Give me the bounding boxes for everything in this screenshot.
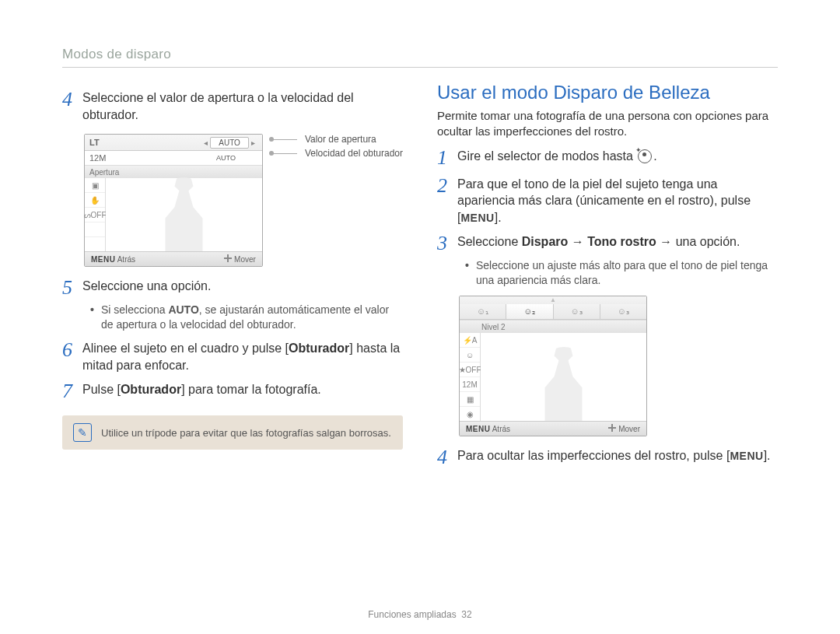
auto-bold: AUTO (168, 303, 198, 316)
step-number: 7 (62, 381, 82, 401)
step-number: 6 (62, 340, 82, 360)
step-3-bullets: Seleccione un ajuste más alto para que e… (465, 258, 778, 288)
footer-section: Funciones ampliadas (368, 609, 456, 620)
step-text: Para ocultar las imperfecciones del rost… (457, 447, 778, 464)
lcd-bottombar: MENU Atrás Mover (85, 251, 262, 266)
side-hand-icon: ✋ (85, 193, 105, 208)
tab-face-3: ☺₃ (554, 304, 600, 320)
beauty-mode-icon (638, 149, 652, 163)
lcd-label-band: Nivel 2 (460, 320, 646, 333)
lcd-topbar: LT ◂AUTO▸ (85, 135, 262, 151)
step-7: 7 Pulse [Obturador] para tomar la fotogr… (62, 381, 403, 401)
step-1: 1 Gire el selector de modos hasta . (437, 148, 778, 168)
auto-text-2: AUTO (216, 154, 236, 162)
step-4-right: 4 Para ocultar las imperfecciones del ro… (437, 447, 778, 468)
lcd-row-2: 12M AUTO (85, 151, 262, 165)
band-label: Nivel 2 (481, 323, 506, 331)
bullet-item: Seleccione un ajuste más alto para que e… (465, 258, 778, 288)
step-3: 3 Seleccione Disparo → Tono rostro → una… (437, 233, 778, 254)
two-column-layout: 4 Seleccione el valor de apertura o la v… (62, 82, 778, 472)
section-title: Usar el modo Disparo de Belleza (437, 82, 778, 103)
band-label: Apertura (89, 168, 119, 177)
lcd-scroll-up-icon: ▲ (460, 296, 646, 304)
step-5: 5 Seleccione una opción. (62, 278, 403, 298)
lcd-bot-left: MENU Atrás (466, 425, 510, 433)
dpad-icon (608, 424, 616, 432)
lcd-viewport (481, 333, 646, 421)
step-text: Alinee el sujeto en el cuadro y pulse [O… (82, 340, 403, 373)
side-focus-icon: ▣ (85, 178, 105, 193)
manual-page: Modos de disparo 4 Seleccione el valor d… (0, 0, 840, 634)
side-focus-icon: ◉ (460, 407, 480, 421)
move-label: Mover (618, 425, 640, 433)
menu-icon: MENU (91, 255, 115, 264)
footer-page: 32 (461, 609, 471, 620)
step-6: 6 Alinee el sujeto en el cuadro y pulse … (62, 340, 403, 373)
move-label: Mover (234, 255, 256, 264)
side-icon-12m: 12M (89, 153, 106, 163)
menu-icon: MENU (466, 425, 490, 433)
bullet-item: Si selecciona AUTO, se ajustarán automát… (90, 303, 403, 332)
side-star-off-icon: ★OFF (460, 363, 480, 377)
person-silhouette-icon (160, 177, 207, 251)
lcd-tabs: ☺₁ ☺₂ ☺₃ ☺₃ (460, 304, 646, 320)
step-2: 2 Para que el tono de la piel del sujeto… (437, 176, 778, 226)
lcd-body: ⚡A ☺ ★OFF 12M ▦ ◉ (460, 333, 646, 421)
step-number: 2 (437, 176, 457, 196)
side-quality-icon: ▦ (460, 392, 480, 407)
side-empty (85, 222, 105, 237)
left-arrow-icon: ◂ (201, 138, 210, 147)
auto-pill-1: AUTO (210, 137, 249, 149)
step-4: 4 Seleccione el valor de apertura o la v… (62, 89, 403, 123)
tab-face-4: ☺₃ (600, 304, 646, 320)
step-number: 1 (437, 148, 457, 168)
right-arrow-icon: ▸ (249, 138, 257, 147)
step-number: 5 (62, 278, 82, 298)
divider (62, 67, 778, 68)
lcd-body: ▣ ✋ ᔕOFF (85, 178, 262, 251)
side-empty (85, 237, 105, 251)
note-box: ✎ Utilice un trípode para evitar que las… (62, 415, 403, 450)
lcd-aperture-wrap: LT ◂AUTO▸ 12M AUTO Apertura ▣ ✋ ᔕOFF (62, 128, 403, 270)
step-text: Seleccione Disparo → Tono rostro → una o… (457, 233, 778, 250)
step-text: Seleccione una opción. (82, 278, 403, 295)
lcd-bot-right: Mover (224, 254, 256, 264)
step-text: Para que el tono de la piel del sujeto t… (457, 176, 778, 226)
lcd-callouts: Valor de apertura Velocidad del obturado… (269, 132, 403, 160)
step-number: 4 (437, 447, 457, 468)
lcd-beauty: ▲ ☺₁ ☺₂ ☺₃ ☺₃ Nivel 2 ⚡A ☺ ★OFF 12M ▦ ◉ (459, 296, 647, 436)
page-footer: Funciones ampliadas 32 (0, 609, 840, 620)
step-text: Gire el selector de modos hasta . (457, 148, 778, 165)
back-label: Atrás (117, 255, 135, 264)
side-12m-icon: 12M (460, 377, 480, 392)
callout-aperture: Valor de apertura (269, 132, 403, 146)
step-number: 3 (437, 233, 457, 254)
tab-face-1: ☺₁ (460, 304, 506, 320)
step-number: 4 (62, 89, 82, 110)
back-label: Atrás (492, 425, 510, 433)
lcd-label-band: Apertura (85, 165, 262, 178)
shutter-word: Obturador (289, 342, 349, 355)
left-column: 4 Seleccione el valor de apertura o la v… (62, 82, 403, 472)
person-silhouette-icon (541, 347, 587, 421)
right-column: Usar el modo Disparo de Belleza Permite … (437, 82, 778, 472)
lcd-aperture: LT ◂AUTO▸ 12M AUTO Apertura ▣ ✋ ᔕOFF (84, 134, 263, 267)
lcd-bot-right: Mover (608, 424, 640, 433)
lcd-top-left: LT (89, 138, 100, 147)
side-off-icon: ᔕOFF (85, 208, 105, 222)
lcd-sidebar: ⚡A ☺ ★OFF 12M ▦ ◉ (460, 333, 481, 421)
step-text: Seleccione el valor de apertura o la vel… (82, 89, 403, 123)
section-subtitle: Permite tomar una fotografía de una pers… (437, 108, 778, 140)
lcd-auto-pill-row: ◂AUTO▸ (201, 137, 257, 149)
tab-face-2: ☺₂ (506, 304, 553, 320)
shutter-word: Obturador (121, 383, 181, 396)
dpad-icon (224, 254, 232, 262)
side-flash-icon: ⚡A (460, 333, 480, 348)
menu-word: MENU (460, 212, 494, 224)
lcd-bot-left: MENU Atrás (91, 255, 135, 264)
lcd-sidebar: ▣ ✋ ᔕOFF (85, 178, 106, 251)
lcd-viewport (106, 178, 262, 251)
lcd-bottombar: MENU Atrás Mover (460, 421, 646, 436)
breadcrumb: Modos de disparo (62, 47, 778, 62)
step-5-bullets: Si selecciona AUTO, se ajustarán automát… (90, 303, 403, 332)
